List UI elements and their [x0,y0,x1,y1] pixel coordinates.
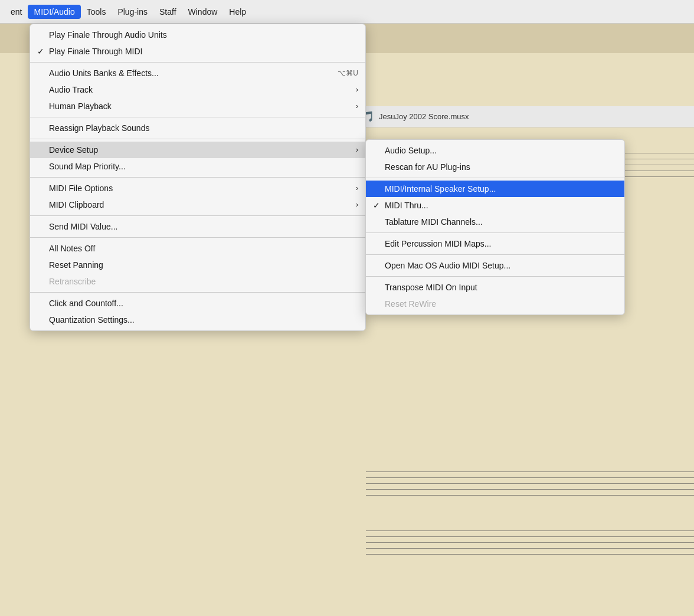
menu-divider-7 [30,292,365,293]
menubar-item-tools[interactable]: Tools [81,5,112,19]
arrow-midi-file-options: › [356,184,358,192]
menu-divider-4 [30,177,365,178]
menu-item-all-notes-off-label: All Notes Off [49,244,95,253]
menu-item-midi-clipboard[interactable]: MIDI Clipboard › [30,196,365,213]
submenu-item-tablature-midi[interactable]: Tablature MIDI Channels... [366,214,624,230]
score-titlebar: 🎵 JesuJoy 2002 Score.musx [354,106,694,127]
menu-item-reset-panning-label: Reset Panning [49,260,103,270]
menu-item-reassign-playback[interactable]: Reassign Playback Sounds [30,120,365,136]
submenu-item-audio-setup-label: Audio Setup... [385,146,437,155]
menu-divider-3 [30,139,365,139]
submenu-item-rescan-au[interactable]: Rescan for AU Plug-ins [366,159,624,175]
menu-divider-1 [30,62,365,63]
main-dropdown-menu: Play Finale Through Audio Units ✓ Play F… [30,24,366,331]
menu-item-midi-clipboard-label: MIDI Clipboard [49,200,104,209]
menu-item-midi-file-options-label: MIDI File Options [49,184,113,193]
menubar-item-help[interactable]: Help [223,5,252,19]
submenu-item-transpose-midi-label: Transpose MIDI On Input [385,283,477,292]
menu-item-sound-map-priority[interactable]: Sound Map Priority... [30,158,365,175]
submenu-item-audio-setup[interactable]: Audio Setup... [366,142,624,159]
submenu-item-tablature-midi-label: Tablature MIDI Channels... [385,217,483,227]
device-setup-submenu: Audio Setup... Rescan for AU Plug-ins MI… [365,139,625,315]
menu-divider-2 [30,117,365,117]
menu-item-device-setup-label: Device Setup [49,145,98,155]
menubar-item-ent[interactable]: ent [5,5,28,19]
menu-divider-6 [30,237,365,238]
menubar-item-plugins[interactable]: Plug-ins [112,5,153,19]
arrow-audio-track: › [356,86,358,94]
submenu-item-edit-percussion-label: Edit Percussion MIDI Maps... [385,239,492,248]
menu-item-device-setup[interactable]: Device Setup › Audio Setup... Rescan for… [30,142,365,158]
submenu-divider-3 [366,254,624,255]
menu-item-audio-track[interactable]: Audio Track › [30,81,365,98]
submenu-item-midi-internal-label: MIDI/Internal Speaker Setup... [385,184,496,194]
score-filename: JesuJoy 2002 Score.musx [379,112,469,121]
submenu-item-open-mac-os-audio-label: Open Mac OS Audio MIDI Setup... [385,261,510,270]
menu-item-audio-units-banks[interactable]: Audio Units Banks & Effects... ⌥⌘U [30,65,365,81]
submenu-item-reset-rewire: Reset ReWire [366,296,624,312]
menu-item-play-au-label: Play Finale Through Audio Units [49,30,167,40]
submenu-item-midi-internal[interactable]: MIDI/Internal Speaker Setup... [366,181,624,197]
menu-item-play-au[interactable]: Play Finale Through Audio Units [30,27,365,43]
menu-item-click-countoff-label: Click and Countoff... [49,299,123,308]
submenu-divider-2 [366,232,624,233]
submenu-item-midi-thru[interactable]: ✓ MIDI Thru... [366,197,624,214]
submenu-item-edit-percussion[interactable]: Edit Percussion MIDI Maps... [366,235,624,252]
menu-item-audio-track-label: Audio Track [49,85,93,94]
menu-item-quantization-settings[interactable]: Quantization Settings... [30,312,365,328]
arrow-midi-clipboard: › [356,201,358,209]
arrow-human-playback: › [356,102,358,110]
menu-item-retranscribe: Retranscribe [30,273,365,290]
submenu-item-transpose-midi[interactable]: Transpose MIDI On Input [366,279,624,296]
menu-item-midi-file-options[interactable]: MIDI File Options › [30,180,365,196]
menu-item-play-midi[interactable]: ✓ Play Finale Through MIDI [30,43,365,60]
submenu-item-midi-thru-label: MIDI Thru... [385,201,428,210]
submenu-divider-4 [366,276,624,277]
menubar: ent MIDI/Audio Tools Plug-ins Staff Wind… [0,0,694,24]
menu-item-send-midi-value-label: Send MIDI Value... [49,222,117,231]
menubar-item-window[interactable]: Window [182,5,224,19]
menu-item-human-playback[interactable]: Human Playback › [30,98,365,114]
menu-item-play-midi-label: Play Finale Through MIDI [49,47,142,56]
menubar-item-staff[interactable]: Staff [153,5,182,19]
menu-item-quantization-settings-label: Quantization Settings... [49,315,135,325]
submenu-item-rescan-au-label: Rescan for AU Plug-ins [385,162,470,172]
menu-item-all-notes-off[interactable]: All Notes Off [30,240,365,257]
menu-item-sound-map-priority-label: Sound Map Priority... [49,162,126,171]
checkmark-play-midi: ✓ [37,47,44,56]
menubar-item-midi-audio[interactable]: MIDI/Audio [28,5,80,19]
menu-item-retranscribe-label: Retranscribe [49,277,96,286]
shortcut-audio-units: ⌥⌘U [338,69,358,77]
menu-item-audio-units-banks-label: Audio Units Banks & Effects... [49,68,159,78]
submenu-divider-1 [366,178,624,178]
menu-item-send-midi-value[interactable]: Send MIDI Value... [30,218,365,235]
menu-divider-5 [30,215,365,216]
staff-area-2 [366,466,694,501]
checkmark-midi-thru: ✓ [373,201,380,210]
menu-item-reset-panning[interactable]: Reset Panning [30,257,365,273]
submenu-item-open-mac-os-audio[interactable]: Open Mac OS Audio MIDI Setup... [366,257,624,274]
menu-item-click-countoff[interactable]: Click and Countoff... [30,295,365,312]
submenu-item-reset-rewire-label: Reset ReWire [385,299,436,309]
menu-item-reassign-playback-label: Reassign Playback Sounds [49,123,149,133]
menu-item-human-playback-label: Human Playback [49,101,112,111]
staff-area-3 [366,525,694,560]
arrow-device-setup: › [356,146,358,154]
